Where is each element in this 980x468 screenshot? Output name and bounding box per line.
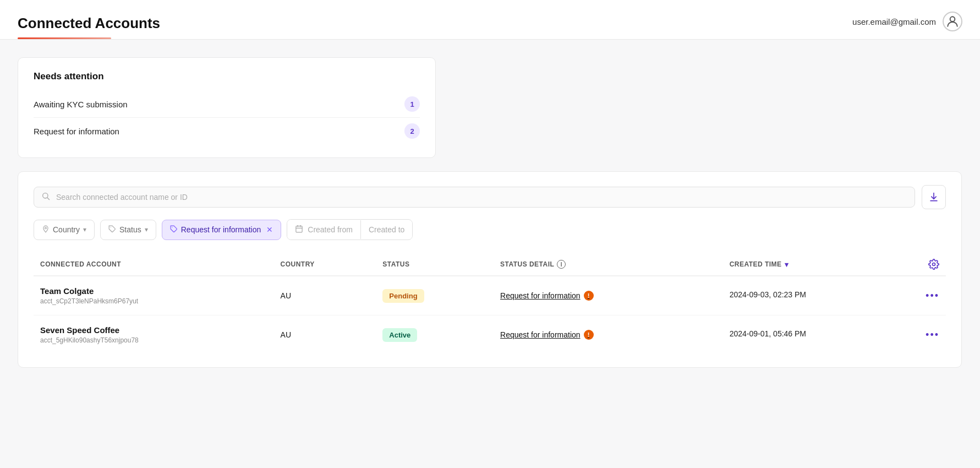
th-country: COUNTRY — [274, 253, 376, 276]
created-time-2: 2024-09-01, 05:46 PM — [730, 329, 806, 338]
account-cell-2: Seven Speed Coffee acct_5gHKilo90ashyT56… — [34, 315, 274, 355]
status-chevron-icon: ▾ — [145, 226, 148, 233]
th-status-detail: STATUS DETAIL i — [494, 253, 723, 276]
more-menu-button-1[interactable]: ••• — [926, 290, 939, 302]
header-left: Connected Accounts — [18, 15, 160, 39]
created-time-cell-1: 2024-09-03, 02:23 PM ••• — [723, 276, 946, 315]
rfi-filter-clear-icon[interactable]: ✕ — [266, 225, 273, 234]
more-menu-button-2[interactable]: ••• — [926, 329, 939, 341]
rfi-label: Request for information — [34, 127, 119, 136]
created-time-1: 2024-09-03, 02:23 PM — [730, 290, 806, 299]
created-from-filter[interactable]: Created from — [287, 220, 360, 240]
alert-icon-1: ! — [584, 291, 594, 301]
download-button[interactable] — [922, 185, 946, 209]
search-input[interactable] — [34, 187, 915, 208]
user-email: user.email@gmail.com — [852, 17, 936, 26]
page-title: Connected Accounts — [18, 15, 160, 37]
search-row — [34, 185, 946, 209]
status-filter-label: Status — [119, 225, 141, 234]
country-cell-2: AU — [274, 315, 376, 355]
table-row: Team Colgate acct_sCp2T3leNPaHksm6P67yut… — [34, 276, 946, 315]
rfi-row[interactable]: Request for information 2 — [34, 117, 420, 144]
location-icon — [42, 225, 50, 235]
attention-title: Needs attention — [34, 71, 420, 82]
user-avatar[interactable] — [943, 12, 962, 31]
sort-icon: ▾ — [785, 260, 789, 269]
table-card: Country ▾ Status ▾ — [18, 171, 962, 368]
kyc-row[interactable]: Awaiting KYC submission 1 — [34, 91, 420, 117]
svg-rect-6 — [296, 226, 302, 232]
status-cell-1: Pending — [376, 276, 494, 315]
settings-col-icon[interactable] — [928, 259, 939, 270]
status-detail-cell-1: Request for information ! — [494, 276, 723, 315]
created-time-cell-2: 2024-09-01, 05:46 PM ••• — [723, 315, 946, 355]
rfi-filter[interactable]: Request for information ✕ — [162, 220, 282, 240]
rfi-badge: 2 — [404, 123, 420, 139]
search-wrapper — [34, 187, 915, 208]
svg-point-3 — [45, 227, 47, 228]
attention-card: Needs attention Awaiting KYC submission … — [18, 57, 436, 158]
th-status: STATUS — [376, 253, 494, 276]
rfi-filter-label: Request for information — [181, 225, 261, 234]
country-filter-label: Country — [53, 225, 80, 234]
table-row: Seven Speed Coffee acct_5gHKilo90ashyT56… — [34, 315, 946, 355]
date-filter: Created from Created to — [287, 219, 413, 240]
account-cell-1: Team Colgate acct_sCp2T3leNPaHksm6P67yut — [34, 276, 274, 315]
search-icon — [41, 192, 50, 203]
account-id-1: acct_sCp2T3leNPaHksm6P67yut — [40, 297, 267, 305]
account-name-1: Team Colgate — [40, 286, 267, 296]
status-detail-cell-2: Request for information ! — [494, 315, 723, 355]
status-detail-link-2[interactable]: Request for information ! — [500, 330, 716, 340]
svg-point-10 — [933, 263, 935, 266]
calendar-from-icon — [295, 225, 303, 235]
table-header-row: CONNECTED ACCOUNT COUNTRY STATUS STATUS … — [34, 253, 946, 276]
main-content: Needs attention Awaiting KYC submission … — [0, 40, 979, 385]
country-filter[interactable]: Country ▾ — [34, 220, 95, 240]
status-cell-2: Active — [376, 315, 494, 355]
created-to-label: Created to — [369, 225, 404, 234]
th-created-time[interactable]: CREATED TIME ▾ — [723, 253, 946, 276]
svg-line-2 — [47, 198, 50, 200]
country-cell-1: AU — [274, 276, 376, 315]
status-detail-info-icon[interactable]: i — [557, 260, 566, 269]
svg-point-0 — [950, 17, 955, 21]
account-id-2: acct_5gHKilo90ashyT56xnjpou78 — [40, 336, 267, 344]
rfi-filter-icon — [170, 225, 178, 235]
country-chevron-icon: ▾ — [83, 226, 86, 233]
status-detail-link-1[interactable]: Request for information ! — [500, 291, 716, 301]
table-header: CONNECTED ACCOUNT COUNTRY STATUS STATUS … — [34, 253, 946, 276]
status-filter[interactable]: Status ▾ — [100, 220, 156, 240]
tag-icon — [108, 225, 116, 235]
header-right: user.email@gmail.com — [852, 12, 962, 39]
status-badge-2: Active — [382, 328, 417, 342]
created-from-label: Created from — [308, 225, 353, 234]
kyc-badge: 1 — [404, 96, 420, 112]
title-underline — [18, 37, 111, 39]
account-name-2: Seven Speed Coffee — [40, 325, 267, 335]
accounts-table: CONNECTED ACCOUNT COUNTRY STATUS STATUS … — [34, 253, 946, 354]
table-body: Team Colgate acct_sCp2T3leNPaHksm6P67yut… — [34, 276, 946, 354]
alert-icon-2: ! — [584, 330, 594, 340]
status-badge-1: Pending — [382, 289, 424, 303]
th-account: CONNECTED ACCOUNT — [34, 253, 274, 276]
kyc-label: Awaiting KYC submission — [34, 100, 128, 109]
created-to-filter[interactable]: Created to — [360, 220, 412, 239]
header: Connected Accounts user.email@gmail.com — [0, 0, 980, 40]
filter-row: Country ▾ Status ▾ — [34, 219, 946, 240]
